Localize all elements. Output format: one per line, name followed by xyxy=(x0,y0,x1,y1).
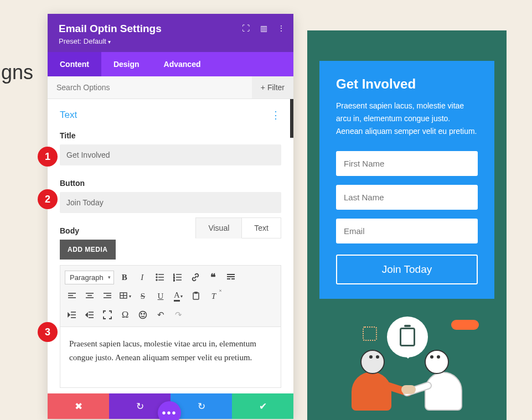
background-page-text: igns xyxy=(0,61,33,84)
svg-text:3: 3 xyxy=(173,279,175,282)
search-input[interactable] xyxy=(48,76,252,98)
person-left-icon xyxy=(352,350,391,411)
preview-description: Praesent sapien lacus, molestie vitae ar… xyxy=(336,100,478,138)
optin-card: Get Involved Praesent sapien lacus, mole… xyxy=(319,61,494,299)
search-row: +Filter xyxy=(48,76,293,99)
link-icon[interactable] xyxy=(188,270,203,284)
focus-icon[interactable]: ⛶ xyxy=(241,24,250,33)
svg-marker-37 xyxy=(86,313,87,317)
svg-point-39 xyxy=(141,313,142,314)
svg-rect-29 xyxy=(195,292,197,293)
email-input[interactable] xyxy=(336,219,478,243)
svg-point-40 xyxy=(144,313,145,314)
speech-bubble-icon xyxy=(387,317,428,357)
svg-marker-33 xyxy=(68,313,70,317)
cancel-button[interactable]: ✖ xyxy=(48,393,109,419)
preview-panel: Get Involved Praesent sapien lacus, mole… xyxy=(307,30,507,420)
clear-formatting-icon[interactable]: T× xyxy=(206,289,221,303)
layout-icon[interactable]: ▥ xyxy=(259,24,268,33)
person-right-icon xyxy=(425,350,462,411)
button-input[interactable] xyxy=(60,192,281,213)
filter-button[interactable]: +Filter xyxy=(252,76,293,98)
panel-body: Text ⋮ Title Button Body ADD MEDIA Visua… xyxy=(48,99,293,393)
jar-icon xyxy=(400,328,415,346)
svg-point-0 xyxy=(156,274,157,275)
redo-icon[interactable]: ↷ xyxy=(171,308,185,322)
join-button[interactable]: Join Today xyxy=(336,255,478,284)
paragraph-select[interactable]: Paragraph xyxy=(65,271,114,284)
panel-header: Email Optin Settings Preset: Default ⛶ ▥… xyxy=(48,14,293,52)
main-tabs: Content Design Advanced xyxy=(48,52,293,76)
align-left-icon[interactable] xyxy=(65,289,79,303)
preview-title: Get Involved xyxy=(336,76,478,92)
tab-advanced[interactable]: Advanced xyxy=(152,52,213,76)
decorative-pill-icon xyxy=(451,320,479,330)
section-menu-icon[interactable]: ⋮ xyxy=(271,109,281,121)
illustration xyxy=(307,317,507,411)
annotation-marker-2: 2 xyxy=(38,189,58,209)
floating-menu-button[interactable]: ••• xyxy=(158,401,181,420)
paste-icon[interactable] xyxy=(189,289,203,303)
numbered-list-icon[interactable]: 123 xyxy=(171,270,185,284)
editor-tab-visual[interactable]: Visual xyxy=(195,217,242,238)
section-text-header[interactable]: Text xyxy=(60,110,77,121)
kebab-menu-icon[interactable]: ⋮ xyxy=(277,24,286,33)
editor-tab-text[interactable]: Text xyxy=(242,217,281,238)
settings-panel: Email Optin Settings Preset: Default ⛶ ▥… xyxy=(48,14,293,419)
svg-rect-15 xyxy=(231,278,235,279)
indent-icon[interactable] xyxy=(82,308,97,322)
title-input[interactable] xyxy=(60,144,281,165)
last-name-input[interactable] xyxy=(336,185,478,210)
emoji-icon[interactable] xyxy=(136,308,150,322)
toolbar-toggle-icon[interactable] xyxy=(224,270,238,284)
underline-icon[interactable]: U xyxy=(153,289,168,303)
annotation-marker-1: 1 xyxy=(38,147,58,167)
svg-point-38 xyxy=(140,312,147,319)
strikethrough-icon[interactable]: S xyxy=(136,289,150,303)
body-editor[interactable]: Praesent sapien lacus, molestie vitae ar… xyxy=(60,327,281,388)
italic-icon[interactable]: I xyxy=(135,270,149,284)
handshake-icon xyxy=(401,385,416,394)
annotation-marker-3: 3 xyxy=(38,322,58,342)
wysiwyg-toolbar: Paragraph B I 123 ❝ xyxy=(60,265,281,327)
svg-rect-14 xyxy=(227,278,230,279)
add-media-button[interactable]: ADD MEDIA xyxy=(60,240,116,260)
tab-content[interactable]: Content xyxy=(48,52,101,76)
bold-icon[interactable]: B xyxy=(117,270,132,284)
svg-rect-28 xyxy=(193,293,199,299)
quote-icon[interactable]: ❝ xyxy=(206,270,220,284)
outdent-icon[interactable] xyxy=(65,308,79,322)
svg-point-4 xyxy=(156,279,157,281)
undo-icon[interactable]: ↶ xyxy=(153,308,168,322)
svg-rect-12 xyxy=(227,274,235,275)
fullscreen-icon[interactable] xyxy=(100,308,115,322)
svg-point-2 xyxy=(156,277,157,278)
title-label: Title xyxy=(60,131,281,140)
save-button[interactable]: ✔ xyxy=(232,393,293,419)
decorative-square-icon xyxy=(363,326,377,341)
align-center-icon[interactable] xyxy=(82,289,97,303)
button-label: Button xyxy=(60,179,281,188)
table-icon[interactable]: ▾ xyxy=(118,289,132,303)
preset-dropdown[interactable]: Preset: Default xyxy=(59,37,282,45)
scrollbar[interactable] xyxy=(290,99,293,138)
svg-rect-13 xyxy=(227,276,235,277)
first-name-input[interactable] xyxy=(336,151,478,176)
tab-design[interactable]: Design xyxy=(101,52,152,76)
align-right-icon[interactable] xyxy=(100,289,115,303)
special-char-icon[interactable]: Ω xyxy=(118,308,132,322)
text-color-icon[interactable]: A▾ xyxy=(171,289,185,303)
bullet-list-icon[interactable] xyxy=(153,270,167,284)
